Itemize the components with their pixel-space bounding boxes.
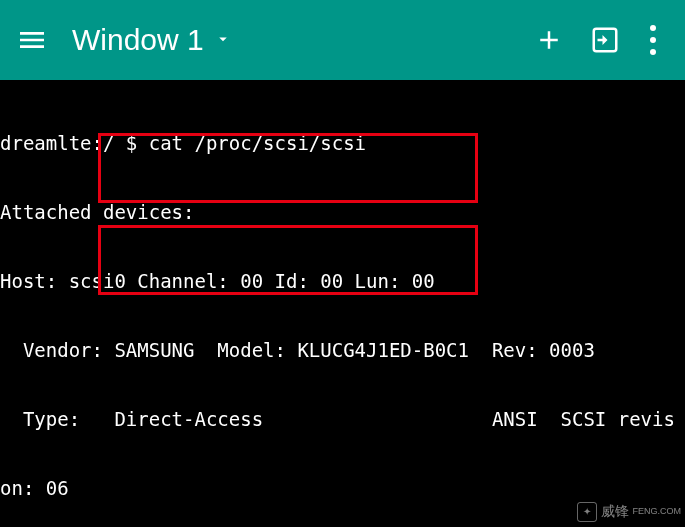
window-selector[interactable]: Window 1 [72,23,232,57]
hamburger-icon [16,24,48,56]
overflow-icon [650,22,656,58]
exit-icon [590,25,620,55]
terminal-line: Attached devices: [0,201,685,224]
app-bar: Window 1 [0,0,685,80]
menu-button[interactable] [12,20,52,60]
terminal-line: Vendor: SAMSUNG Model: KLUCG4J1ED-B0C1 R… [0,339,685,362]
new-window-button[interactable] [521,12,577,68]
terminal-line: Host: scsi0 Channel: 00 Id: 00 Lun: 00 [0,270,685,293]
plus-icon [534,25,564,55]
terminal-line: Type: Direct-Access ANSI SCSI revis [0,408,685,431]
terminal-line: on: 06 [0,477,685,500]
terminal-line: dreamlte:/ $ cat /proc/scsi/scsi [0,132,685,155]
overflow-menu-button[interactable] [633,12,673,68]
close-window-button[interactable] [577,12,633,68]
window-title: Window 1 [72,23,204,57]
watermark-logo-icon: ✦ [577,502,597,522]
watermark-text: 威锋 [601,500,629,523]
dropdown-icon [214,30,232,51]
watermark: ✦ 威锋 FENG.COM [577,500,682,523]
watermark-site: FENG.COM [633,500,682,523]
terminal-output[interactable]: dreamlte:/ $ cat /proc/scsi/scsi Attache… [0,80,685,527]
